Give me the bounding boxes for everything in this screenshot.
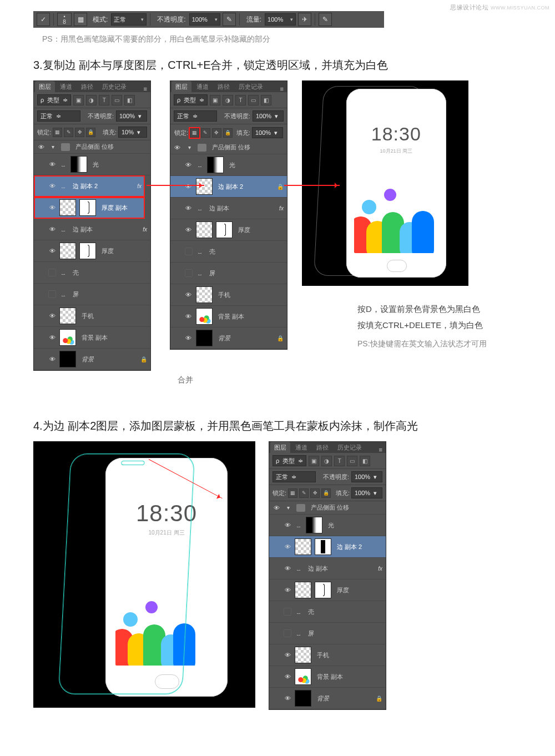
preview-image-a: 18:30 10月21日 周三 [302, 80, 468, 286]
layer-row-selected[interactable]: 👁边 副本 2 [269, 536, 386, 558]
tab-paths[interactable]: 路径 [77, 81, 97, 92]
layer-row[interactable]: 👁⎵边 副本fx [269, 558, 386, 579]
visibility-off-icon[interactable] [48, 269, 56, 276]
mask-thumb [315, 538, 331, 555]
layer-thumb [59, 243, 76, 259]
filter-pixel-icon[interactable]: ▣ [73, 95, 84, 105]
arrow-1 [147, 185, 204, 186]
filter-kind-dropdown[interactable]: ρ 类型 ≑ [37, 94, 71, 105]
layer-row[interactable]: ⎵屏 [269, 623, 386, 644]
preview-image-b: 18:30 10月21日 周三 [33, 441, 255, 708]
lock-position-icon[interactable]: ✥ [75, 128, 84, 137]
panel-menu-icon[interactable]: ≡ [280, 85, 283, 92]
flow-dropdown[interactable]: 100%▾ [265, 13, 296, 26]
step-3-title: 3.复制边 副本与厚度图层，CTRL+E合并，锁定透明区域，并填充为白色 [33, 58, 522, 73]
panel-b-caption: 合并 [178, 375, 193, 385]
brush-tool-icon[interactable]: ✓ [37, 13, 50, 26]
layer-row[interactable]: ⎵屏 [170, 263, 287, 284]
panel-menu-icon[interactable]: ≡ [144, 85, 147, 92]
layer-row[interactable]: 👁⎵光 [269, 515, 386, 536]
lock-all-icon[interactable]: 🔒 [86, 128, 95, 137]
opacity-label: 不透明度: [88, 112, 114, 120]
layer-row[interactable]: ⎵屏 [34, 284, 150, 305]
folder-icon [61, 143, 70, 151]
layer-row-bg[interactable]: 👁背景🔒 [269, 688, 386, 709]
filter-shape-icon[interactable]: ▭ [112, 95, 122, 105]
layer-row[interactable]: ⎵壳 [34, 262, 150, 284]
visibility-icon[interactable]: 👁 [48, 313, 56, 319]
visibility-icon[interactable]: 👁 [48, 226, 56, 233]
blend-mode-dropdown[interactable]: 正常 ≑ [174, 110, 217, 122]
layer-row-bg[interactable]: 👁背景🔒 [170, 327, 287, 349]
lock-transparent-icon[interactable]: ▦ [53, 128, 62, 137]
side-caption-3: 按D，设置前景色背景色为黑白色 按填充CTRL+DELETE，填为白色 PS:快… [357, 301, 524, 351]
filter-type-icon[interactable]: T [99, 95, 109, 105]
opacity-dropdown[interactable]: 100%▾ [189, 13, 220, 26]
layer-row[interactable]: ⎵壳 [269, 601, 386, 623]
phone-time: 18:30 [354, 123, 438, 145]
layer-row-selected[interactable]: 👁⎵边 副本 2fx [34, 175, 145, 197]
layer-group[interactable]: 👁▾ 产品侧面 位移 [269, 501, 386, 515]
visibility-icon[interactable]: 👁 [48, 183, 56, 189]
layer-row[interactable]: 👁⎵边 副本fx [34, 219, 150, 240]
fold-icon[interactable]: ▾ [48, 144, 58, 150]
opacity-value[interactable]: 100% ▾ [116, 110, 147, 122]
tab-layers[interactable]: 图层 [171, 81, 191, 92]
layer-row[interactable]: 👁背景 副本 [269, 666, 386, 688]
brush-preset-icon[interactable]: ▦ [74, 13, 87, 26]
layer-row[interactable]: 👁手机 [170, 284, 287, 306]
panel-menu-icon[interactable]: ≡ [379, 446, 382, 453]
mask-thumb [79, 243, 96, 259]
layer-row[interactable]: 👁手机 [34, 305, 150, 327]
layer-row[interactable]: 👁厚度 [170, 219, 287, 241]
layer-group[interactable]: 👁▾ 产品侧面 位移 [170, 141, 287, 154]
layer-row[interactable]: 👁背景 副本 [34, 327, 150, 349]
arrow-2 [284, 185, 340, 186]
layer-thumb [59, 329, 76, 346]
fill-value[interactable]: 10% ▾ [118, 127, 147, 138]
layer-group[interactable]: 👁 ▾ 产品侧面 位移 [34, 140, 150, 154]
layer-row-bg[interactable]: 👁背景🔒 [34, 349, 150, 370]
tablet-size-icon[interactable]: ✎ [319, 13, 332, 26]
tab-history[interactable]: 历史记录 [98, 81, 130, 92]
layer-thumb [59, 308, 76, 324]
layer-row[interactable]: 👁厚度 [34, 240, 150, 262]
layer-row-selected[interactable]: 👁厚度 副本 [34, 197, 145, 219]
filter-adjust-icon[interactable]: ◑ [86, 95, 97, 105]
lock-icon: 🔒 [277, 184, 284, 190]
fill-value[interactable]: 100% ▾ [252, 127, 283, 138]
visibility-off-icon[interactable] [48, 290, 56, 298]
brush-size[interactable]: 8 [57, 13, 72, 26]
tablet-opacity-icon[interactable]: ✎ [223, 13, 236, 26]
layer-row[interactable]: 👁手机 [269, 644, 386, 666]
blend-mode-dropdown[interactable]: 正常 ≑ [37, 110, 80, 122]
layer-thumb [70, 156, 87, 173]
filter-smart-icon[interactable]: ◧ [124, 95, 135, 105]
tab-layers[interactable]: 图层 [35, 81, 55, 92]
tab-channels[interactable]: 通道 [56, 81, 76, 92]
layer-row-selected[interactable]: 👁边 副本 2🔒 [170, 176, 287, 198]
phone-date: 10月21日 周三 [354, 148, 438, 155]
layer-row[interactable]: 👁背景 副本 [170, 306, 287, 327]
layer-row[interactable]: 👁⎵边 副本fx [170, 198, 287, 219]
flow-label: 流量: [246, 15, 261, 24]
blend-mode-dropdown[interactable]: 正常▾ [111, 13, 147, 26]
visibility-icon[interactable]: 👁 [48, 334, 56, 341]
visibility-icon[interactable]: 👁 [37, 144, 45, 150]
opacity-value[interactable]: 100% ▾ [253, 110, 284, 122]
visibility-icon[interactable]: 👁 [48, 356, 56, 362]
brush-options-bar: ✓ 8 ▦ 模式: 正常▾ 不透明度: 100%▾ ✎ 流量: 100%▾ ✈ … [33, 11, 384, 28]
layer-row[interactable]: 👁⎵光 [34, 154, 150, 175]
layers-panel-b: 图层 通道 路径 历史记录 ≡ ρ 类型 ≑ ▣◑T▭◧ 正常 ≑ 不透明度: … [170, 80, 287, 350]
layer-row[interactable]: 👁⎵光 [170, 154, 287, 176]
layer-row[interactable]: 👁厚度 [269, 579, 386, 601]
visibility-icon[interactable]: 👁 [48, 248, 56, 254]
lock-pixels-icon[interactable]: ✎ [64, 128, 73, 137]
layer-thumb [59, 351, 76, 367]
visibility-icon[interactable]: 👁 [48, 204, 56, 211]
lock-transparent-icon[interactable]: ▦ [190, 128, 199, 138]
visibility-icon[interactable]: 👁 [48, 161, 56, 168]
airbrush-icon[interactable]: ✈ [298, 13, 311, 26]
filter-kind-dropdown[interactable]: ρ 类型 ≑ [174, 94, 208, 105]
layer-row[interactable]: ⎵壳 [170, 241, 287, 263]
